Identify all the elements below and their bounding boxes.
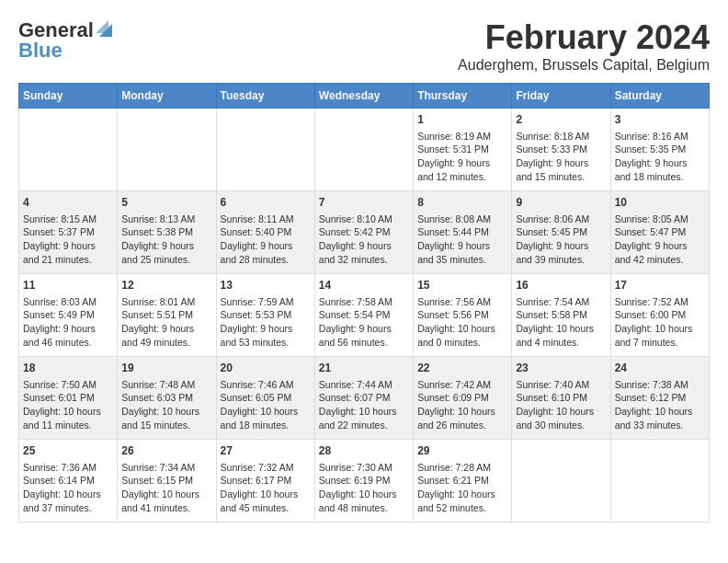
day-number: 12 — [121, 278, 211, 293]
day-number: 24 — [615, 361, 705, 376]
calendar-cell: 9Sunrise: 8:06 AMSunset: 5:45 PMDaylight… — [512, 191, 610, 274]
day-number: 28 — [319, 443, 409, 459]
day-info-line: and 52 minutes. — [417, 501, 507, 515]
day-number: 8 — [417, 195, 507, 211]
calendar-cell: 25Sunrise: 7:36 AMSunset: 6:14 PMDayligh… — [19, 440, 118, 523]
header-day-thursday: Thursday — [414, 84, 512, 109]
day-info-line: Sunrise: 7:44 AM — [319, 378, 409, 392]
day-info-line: Sunset: 6:14 PM — [23, 474, 113, 488]
day-info-line: Sunrise: 8:01 AM — [121, 295, 211, 309]
day-info-line: Sunrise: 7:34 AM — [121, 461, 211, 475]
day-info-line: Daylight: 9 hours — [615, 239, 705, 253]
day-info-line: Sunset: 6:19 PM — [319, 474, 409, 488]
day-number: 16 — [516, 278, 606, 293]
calendar-cell — [19, 109, 118, 191]
day-info-line: Daylight: 10 hours — [417, 322, 507, 336]
day-info-line: Sunset: 6:10 PM — [516, 391, 606, 405]
day-number: 14 — [319, 278, 409, 293]
day-info-line: Daylight: 10 hours — [319, 488, 409, 501]
day-info-line: Sunset: 6:15 PM — [121, 474, 211, 488]
day-info-line: Daylight: 10 hours — [615, 322, 705, 336]
day-info-line: Sunset: 5:33 PM — [516, 143, 606, 156]
day-number: 6 — [221, 195, 311, 211]
day-info-line: Daylight: 10 hours — [319, 405, 409, 419]
day-number: 22 — [417, 361, 507, 376]
day-info-line: and 56 minutes. — [319, 336, 409, 350]
day-number: 29 — [417, 443, 507, 459]
day-info-line: and 11 minutes. — [23, 419, 113, 432]
day-info-line: Sunset: 6:03 PM — [121, 391, 211, 405]
calendar-cell: 27Sunrise: 7:32 AMSunset: 6:17 PMDayligh… — [216, 440, 314, 523]
calendar-cell: 5Sunrise: 8:13 AMSunset: 5:38 PMDaylight… — [118, 191, 216, 274]
day-info-line: Sunset: 6:21 PM — [417, 474, 507, 488]
header-day-tuesday: Tuesday — [216, 84, 314, 109]
calendar-cell: 24Sunrise: 7:38 AMSunset: 6:12 PMDayligh… — [610, 357, 709, 440]
day-info-line: Sunrise: 7:36 AM — [23, 461, 113, 475]
week-row-2: 4Sunrise: 8:15 AMSunset: 5:37 PMDaylight… — [19, 191, 710, 274]
day-info-line: Daylight: 9 hours — [319, 239, 409, 253]
calendar-cell: 15Sunrise: 7:56 AMSunset: 5:56 PMDayligh… — [414, 274, 512, 357]
day-info-line: Sunset: 5:44 PM — [417, 225, 507, 239]
day-info-line: Sunrise: 7:46 AM — [221, 378, 311, 392]
day-info-line: Sunrise: 7:32 AM — [221, 461, 311, 475]
header-day-wednesday: Wednesday — [314, 84, 413, 109]
calendar-cell: 23Sunrise: 7:40 AMSunset: 6:10 PMDayligh… — [512, 357, 610, 440]
day-info-line: Sunset: 5:37 PM — [23, 225, 113, 239]
page-subtitle: Auderghem, Brussels Capital, Belgium — [458, 57, 710, 74]
week-row-5: 25Sunrise: 7:36 AMSunset: 6:14 PMDayligh… — [19, 440, 710, 523]
day-info-line: and 28 minutes. — [221, 253, 311, 267]
day-info-line: and 18 minutes. — [221, 419, 311, 432]
day-info-line: and 21 minutes. — [23, 253, 113, 267]
day-number: 21 — [319, 361, 409, 376]
calendar-cell: 14Sunrise: 7:58 AMSunset: 5:54 PMDayligh… — [314, 274, 413, 357]
day-info-line: Daylight: 9 hours — [23, 239, 113, 253]
day-info-line: and 41 minutes. — [121, 501, 211, 515]
day-info-line: and 46 minutes. — [23, 336, 113, 350]
day-info-line: Sunset: 5:31 PM — [417, 143, 507, 156]
calendar-cell: 3Sunrise: 8:16 AMSunset: 5:35 PMDaylight… — [610, 109, 709, 191]
calendar-cell — [512, 440, 610, 523]
day-info-line: and 35 minutes. — [417, 253, 507, 267]
day-info-line: Daylight: 9 hours — [121, 322, 211, 336]
day-info-line: Sunset: 6:07 PM — [319, 391, 409, 405]
day-info-line: Sunrise: 7:54 AM — [516, 295, 606, 309]
header-day-monday: Monday — [118, 84, 216, 109]
day-info-line: Daylight: 10 hours — [417, 488, 507, 501]
day-number: 4 — [23, 195, 113, 211]
day-info-line: and 25 minutes. — [121, 253, 211, 267]
header-row: SundayMondayTuesdayWednesdayThursdayFrid… — [19, 84, 710, 109]
day-info-line: Sunset: 5:54 PM — [319, 308, 409, 322]
calendar-cell: 17Sunrise: 7:52 AMSunset: 6:00 PMDayligh… — [610, 274, 709, 357]
day-number: 23 — [516, 361, 606, 376]
day-number: 25 — [23, 443, 113, 459]
day-info-line: and 45 minutes. — [221, 501, 311, 515]
day-info-line: Sunset: 6:05 PM — [221, 391, 311, 405]
calendar-cell: 4Sunrise: 8:15 AMSunset: 5:37 PMDaylight… — [19, 191, 118, 274]
day-info-line: Sunset: 5:45 PM — [516, 225, 606, 239]
day-info-line: Sunset: 6:09 PM — [417, 391, 507, 405]
day-info-line: Sunrise: 7:40 AM — [516, 378, 606, 392]
day-info-line: Sunrise: 7:50 AM — [23, 378, 113, 392]
calendar-cell: 16Sunrise: 7:54 AMSunset: 5:58 PMDayligh… — [512, 274, 610, 357]
day-info-line: Daylight: 10 hours — [23, 488, 113, 501]
day-info-line: Sunset: 6:12 PM — [615, 391, 705, 405]
day-info-line: Sunrise: 7:28 AM — [417, 461, 507, 475]
day-info-line: Sunrise: 8:08 AM — [417, 213, 507, 226]
day-info-line: and 12 minutes. — [417, 170, 507, 184]
svg-marker-1 — [96, 20, 108, 33]
day-info-line: and 30 minutes. — [516, 419, 606, 432]
day-info-line: Daylight: 9 hours — [221, 239, 311, 253]
day-info-line: Sunrise: 7:42 AM — [417, 378, 507, 392]
day-info-line: Sunrise: 8:10 AM — [319, 213, 409, 226]
day-info-line: Daylight: 10 hours — [121, 488, 211, 501]
day-number: 27 — [221, 443, 311, 459]
day-info-line: Sunrise: 8:15 AM — [23, 213, 113, 226]
calendar-table: SundayMondayTuesdayWednesdayThursdayFrid… — [18, 83, 710, 523]
calendar-cell: 12Sunrise: 8:01 AMSunset: 5:51 PMDayligh… — [118, 274, 216, 357]
week-row-4: 18Sunrise: 7:50 AMSunset: 6:01 PMDayligh… — [19, 357, 710, 440]
day-info-line: Sunset: 5:40 PM — [221, 225, 311, 239]
calendar-cell: 1Sunrise: 8:19 AMSunset: 5:31 PMDaylight… — [414, 109, 512, 191]
day-info-line: and 15 minutes. — [516, 170, 606, 184]
day-info-line: and 18 minutes. — [615, 170, 705, 184]
day-info-line: and 22 minutes. — [319, 419, 409, 432]
